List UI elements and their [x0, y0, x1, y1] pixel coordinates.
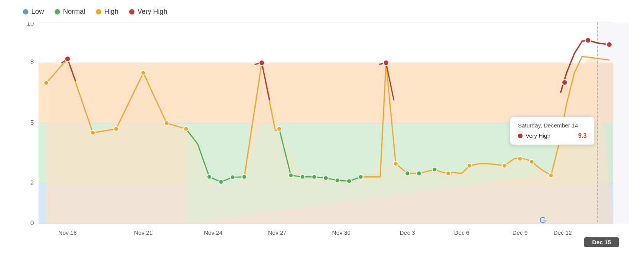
dot-dec3-g: [358, 174, 363, 179]
dot-nov25b-g: [230, 175, 235, 179]
dot-dec4b-g: [405, 171, 409, 176]
dot-dec7: [467, 163, 472, 168]
dot-nov24-g: [207, 174, 212, 179]
y-label-5: 5: [30, 119, 34, 126]
x-label-dec6: Dec 6: [454, 229, 469, 236]
x-label-dec3: Dec 3: [400, 229, 415, 236]
dot-dec12: [549, 173, 553, 177]
google-logo: G: [539, 215, 546, 225]
dot-nov30-g: [300, 174, 305, 179]
dot-nov19: [91, 131, 95, 135]
x-label-dec9: Dec 9: [512, 229, 527, 236]
x-label-nov18: Nov 18: [58, 229, 77, 236]
dot-dec14-veryhigh: [585, 38, 591, 43]
legend-label-very-high: Very High: [138, 8, 167, 16]
legend-dot-very-high: [129, 9, 134, 15]
dot-nov28: [277, 127, 282, 131]
dot-nov29-g: [288, 173, 293, 177]
dot-dec15-veryhigh: [607, 42, 612, 47]
dot-dec4: [393, 161, 398, 166]
dot-dec5-g: [417, 171, 421, 176]
tooltip-dot: [518, 134, 523, 138]
tooltip-label: Very High: [518, 132, 550, 139]
chart-area: 10 8 5 2 0: [23, 23, 629, 247]
dot-dec10: [518, 156, 522, 161]
legend-dot-low: [23, 9, 28, 15]
dec15-shade: [598, 23, 629, 224]
dot-nov16: [44, 81, 49, 85]
legend-item-high: High: [96, 8, 118, 16]
x-label-nov30: Nov 30: [332, 229, 351, 236]
legend: Low Normal High Very High: [23, 8, 629, 16]
legend-item-low: Low: [23, 8, 44, 16]
dot-dec1-g: [312, 174, 316, 179]
dot-nov22: [164, 121, 169, 126]
dec15-badge-text: Dec 15: [592, 239, 611, 245]
x-label-nov27: Nov 27: [268, 229, 286, 236]
legend-label-high: High: [104, 8, 118, 16]
dot-nov26-g: [242, 174, 246, 179]
tooltip-category: Very High: [526, 132, 550, 139]
dot-nov21: [141, 71, 146, 75]
y-label-2: 2: [30, 179, 34, 186]
dot-dec1b-g: [324, 176, 328, 180]
dot-dec2-g: [335, 178, 340, 183]
dot-dec9: [502, 163, 507, 168]
dot-nov23: [184, 127, 188, 131]
y-label-8: 8: [30, 59, 34, 66]
chart-tooltip: Saturday, December 14 Very High 9.3: [510, 117, 594, 145]
legend-item-normal: Normal: [55, 8, 85, 16]
dot-dec3-veryhigh: [383, 60, 388, 65]
dot-dec11: [529, 160, 534, 164]
legend-dot-high: [96, 9, 101, 15]
dot-nov18-veryhigh: [65, 56, 70, 61]
chart-container: Low Normal High Very High: [0, 0, 644, 274]
x-label-dec12: Dec 12: [553, 229, 572, 236]
y-label-0: 0: [30, 219, 34, 226]
legend-dot-normal: [55, 9, 60, 15]
y-label-10: 10: [27, 23, 34, 27]
dot-dec6: [446, 171, 450, 176]
legend-label-normal: Normal: [63, 8, 85, 16]
dot-nov25-g: [218, 180, 223, 184]
legend-item-very-high: Very High: [129, 8, 167, 16]
dot-dec13-veryhigh: [562, 80, 567, 85]
x-label-nov21: Nov 21: [134, 229, 152, 236]
legend-label-low: Low: [31, 8, 44, 16]
dot-nov20: [114, 127, 118, 131]
tooltip-row: Very High 9.3: [518, 132, 587, 139]
tooltip-value: 9.3: [578, 132, 587, 139]
tooltip-title: Saturday, December 14: [518, 122, 587, 129]
x-label-nov24: Nov 24: [204, 229, 223, 236]
dot-dec5b-g: [432, 167, 437, 172]
dot-nov27-veryhigh: [259, 60, 264, 65]
dot-dec2b-g: [347, 179, 351, 184]
